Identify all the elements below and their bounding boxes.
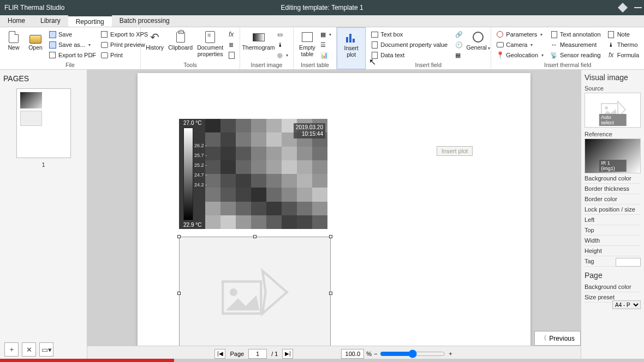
export-pdf-button[interactable]: Export to PDF [47,50,98,60]
general-button[interactable]: General▾ [468,29,488,52]
image-opt1[interactable]: ▭ [276,29,290,39]
tab-batch[interactable]: Batch processing [112,15,177,27]
thermogram-button[interactable]: Thermogram [243,29,273,52]
data-text-button[interactable]: Data text [369,50,449,60]
prop-border-color[interactable]: Border color [585,194,641,204]
size-preset-select[interactable]: A4 - P [612,300,641,309]
prop-tag[interactable]: Tag [585,256,641,267]
grid-button[interactable]: ▦ [454,50,464,60]
page-thumbnail[interactable] [16,88,71,158]
first-page-button[interactable]: |◀ [214,349,225,359]
table-opt1[interactable]: ▦▾ [319,29,333,39]
list-button[interactable]: ≣ [227,40,236,50]
image-opt3[interactable]: ◎▾ [276,50,290,60]
sensor-icon: 📡 [550,52,558,59]
palette-ticks: 26.2 -25.7 -25.2 -24.7 -24.2 - [194,141,207,190]
note-icon [229,52,235,59]
prop-top[interactable]: Top [585,225,641,236]
zoom-input[interactable] [341,349,364,359]
note-icon [608,31,614,38]
plot-icon [346,33,357,43]
save-icon [49,31,56,38]
tag-input[interactable] [616,258,641,267]
source-label: Source [585,85,641,92]
prop-bg-color[interactable]: Background color [585,173,641,184]
save-button[interactable]: Save [47,29,98,39]
prop-left[interactable]: Left [585,215,641,225]
tab-library[interactable]: Library [33,15,68,27]
source-preview[interactable]: Auto select [585,93,641,128]
formula-button[interactable]: fxFormula [606,50,641,60]
temp-icon: 🌡 [277,41,283,48]
page-number-input[interactable] [248,349,267,359]
table-opt2[interactable]: ☰ [319,40,333,50]
minimize-button[interactable] [634,7,642,8]
grid-icon: ▦ [320,31,326,38]
titlebar: FLIR Thermal Studio Editing template: Te… [0,0,644,15]
page-options-button[interactable]: ▭▾ [39,342,53,357]
note-field-button[interactable]: Note [606,29,641,39]
canvas: 27.0 °C 22.9 °C 26.2 -25.7 -25.2 -24.7 -… [87,70,581,361]
thermo-button[interactable]: 🌡Thermo [606,40,641,50]
visual-image-placeholder[interactable] [179,237,331,346]
gear-icon [473,32,484,43]
thermal-image[interactable]: 27.0 °C 22.9 °C 26.2 -25.7 -25.2 -24.7 -… [179,119,327,229]
page-label: Page [230,351,244,357]
ribbon-group-file: New Open Save Save as...▾ Export to PDF … [0,27,141,69]
last-page-button[interactable]: ▶| [282,349,293,359]
prop-border-thickness[interactable]: Border thickness [585,184,641,194]
zoom-in-button[interactable]: ＋ [448,349,454,358]
parameters-button[interactable]: Parameters▾ [494,29,545,39]
link-button[interactable]: 🔗 [454,29,464,39]
add-page-button[interactable]: ＋ [4,342,19,357]
zoom-out-button[interactable]: − [374,351,377,357]
prop-width[interactable]: Width [585,236,641,246]
document-properties-button[interactable]: Document properties [195,29,225,58]
fx-button[interactable]: fx [227,29,236,39]
prop-size-preset[interactable]: Size presetA4 - P [585,292,641,303]
save-as-button[interactable]: Save as...▾ [47,40,98,50]
prop-lock[interactable]: Lock position / size [585,204,641,215]
prop-height[interactable]: Height [585,246,641,256]
rows-icon: ☰ [320,41,326,49]
stamp-button[interactable]: 🕘 [454,40,464,50]
note-button[interactable] [227,50,236,60]
main-tabs: Home Library Reporting Batch processing [0,15,644,27]
history-button[interactable]: ↶ History [144,29,165,52]
delete-page-button[interactable]: ✕ [22,342,36,357]
auto-select-badge: Auto select [599,114,627,126]
temp-min: 22.9 °C [183,222,201,228]
camera-button[interactable]: Camera▾ [494,40,545,50]
tab-home[interactable]: Home [0,15,33,27]
table-opt3[interactable]: 📊 [319,50,333,60]
thumb-thermal-icon [20,92,42,108]
fx-icon: fx [229,31,234,38]
reference-label: Reference [585,131,641,137]
doc-property-value-button[interactable]: Document property value [369,40,449,50]
geolocation-button[interactable]: 📍Geolocation▾ [494,50,545,60]
previous-button[interactable]: 〈Previous [534,331,581,346]
video-progress[interactable] [0,359,644,362]
print-preview-icon [101,42,108,48]
open-button[interactable]: Open [25,29,46,52]
new-button[interactable]: New [3,29,24,52]
prop-page-bg[interactable]: Background color [585,282,641,292]
ribbon-group-tools: ↶ History Clipboard Document properties … [141,27,240,69]
tab-reporting[interactable]: Reporting [68,15,112,27]
main-area: PAGES 1 ＋ ✕ ▭▾ 27.0 °C 22.9 °C 26.2 -25 [0,70,644,361]
text-box-button[interactable]: Text box [369,29,449,39]
reference-preview[interactable]: IR 1 (img1) [585,138,641,173]
insert-plot-button[interactable]: Insert plot [341,30,362,59]
measurement-button[interactable]: ↔Measurement [548,40,603,50]
text-annotation-button[interactable]: Text annotation [548,29,603,39]
doc-prop-icon [372,41,378,49]
image-opt2[interactable]: 🌡 [276,40,290,50]
export-icon [49,52,56,58]
zoom-slider[interactable] [380,349,445,359]
sensor-reading-button[interactable]: 📡Sensor reading [548,50,603,60]
clipboard-button[interactable]: Clipboard [166,29,194,52]
report-page[interactable]: 27.0 °C 22.9 °C 26.2 -25.7 -25.2 -24.7 -… [138,73,530,346]
empty-table-button[interactable]: Empty table [297,29,318,58]
properties-panel: Visual image Source Auto select Referenc… [581,70,644,361]
thermo-icon: 🌡 [608,41,614,48]
